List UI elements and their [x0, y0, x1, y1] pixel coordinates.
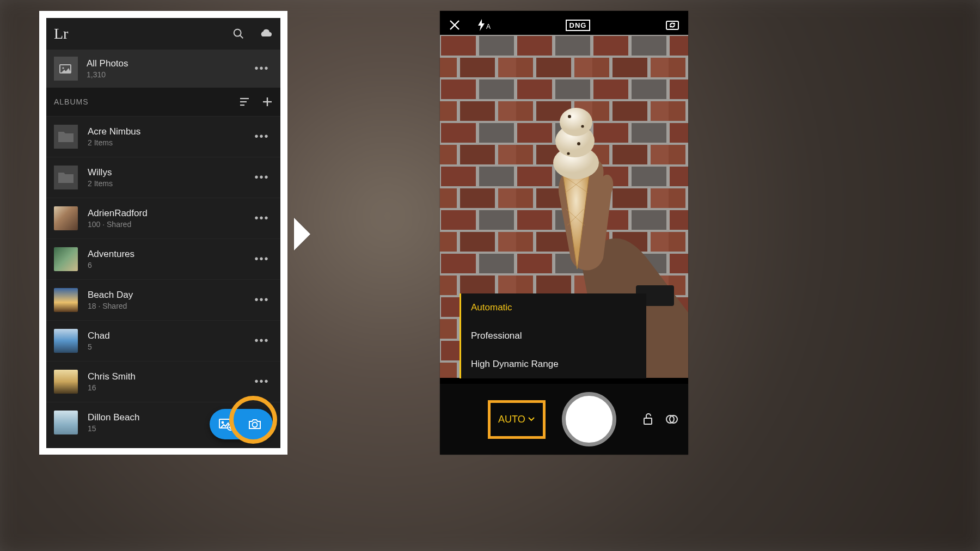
all-photos-more-icon[interactable]: •••: [251, 62, 273, 75]
fab-add-photos[interactable]: [210, 409, 273, 439]
svg-rect-38: [644, 418, 652, 424]
library-topbar: Lr: [46, 18, 280, 50]
svg-point-10: [222, 421, 224, 423]
camera-bottombar: AUTO: [440, 384, 688, 455]
add-photo-icon[interactable]: [218, 418, 234, 431]
svg-point-0: [234, 29, 241, 36]
album-name: Chris Smith: [88, 371, 251, 382]
camera-mode-menu[interactable]: Automatic Professional High Dynamic Rang…: [460, 293, 646, 378]
album-thumbnail: [54, 206, 78, 230]
albums-section-label: ALBUMS: [54, 97, 89, 106]
camera-screen: A DNG: [440, 11, 688, 455]
search-icon[interactable]: [232, 28, 244, 40]
album-thumbnail: [54, 247, 78, 271]
svg-point-37: [567, 152, 569, 155]
all-photos-text: All Photos 1,310: [87, 58, 251, 79]
svg-point-36: [577, 142, 580, 145]
folder-more-icon[interactable]: •••: [251, 130, 273, 143]
album-row[interactable]: Beach Day18 · Shared •••: [46, 279, 280, 320]
album-thumbnail: [54, 288, 78, 312]
sort-icon[interactable]: [239, 97, 250, 107]
album-row[interactable]: AdrienRadford100 · Shared •••: [46, 198, 280, 238]
svg-point-35: [581, 125, 584, 127]
album-sub: 6: [88, 261, 251, 270]
cloud-sync-icon[interactable]: [259, 28, 273, 40]
filters-icon[interactable]: [665, 413, 678, 426]
album-row[interactable]: Chris Smith16 •••: [46, 361, 280, 402]
svg-point-33: [560, 108, 592, 136]
svg-line-1: [240, 35, 243, 38]
step-arrow-icon: [294, 218, 310, 250]
album-sub: 18 · Shared: [88, 302, 251, 310]
shutter-button[interactable]: [562, 392, 616, 446]
album-sub: 5: [88, 342, 251, 351]
add-album-icon[interactable]: [262, 96, 273, 107]
folder-icon: [54, 166, 78, 189]
folder-name: Acre Nimbus: [88, 126, 251, 137]
svg-point-14: [253, 422, 258, 427]
svg-rect-17: [666, 21, 678, 29]
all-photos-count: 1,310: [87, 70, 251, 79]
camera-mode-button[interactable]: AUTO: [488, 400, 546, 439]
album-sub: 16: [88, 383, 251, 392]
album-more-icon[interactable]: •••: [251, 253, 273, 265]
album-list[interactable]: Acre Nimbus2 Items ••• Willys2 Items •••…: [46, 116, 280, 443]
camera-mode-option[interactable]: High Dynamic Range: [461, 350, 646, 378]
folder-more-icon[interactable]: •••: [251, 171, 273, 183]
album-sub: 100 · Shared: [88, 220, 251, 229]
library-screen: Lr All Photos 1,310 ••• ALBUMS: [46, 18, 280, 448]
library-panel-frame: Lr All Photos 1,310 ••• ALBUMS: [39, 11, 287, 455]
folder-icon: [54, 125, 78, 149]
album-thumbnail: [54, 411, 78, 434]
switch-camera-icon[interactable]: [665, 19, 679, 31]
album-name: Chad: [88, 330, 251, 341]
lock-open-icon[interactable]: [642, 413, 654, 426]
topbar-actions: [232, 28, 273, 40]
camera-mode-option[interactable]: Professional: [461, 322, 646, 350]
album-row[interactable]: Adventures6 •••: [46, 238, 280, 279]
camera-mode-button-label: AUTO: [498, 414, 525, 425]
album-folder-row[interactable]: Acre Nimbus2 Items •••: [46, 116, 280, 157]
album-more-icon[interactable]: •••: [251, 375, 273, 388]
folder-sub: 2 Items: [88, 138, 251, 147]
svg-point-3: [62, 67, 64, 69]
format-badge[interactable]: DNG: [566, 20, 591, 31]
album-name: AdrienRadford: [88, 208, 251, 219]
album-folder-row[interactable]: Willys2 Items •••: [46, 157, 280, 198]
album-more-icon[interactable]: •••: [251, 212, 273, 224]
folder-name: Willys: [88, 167, 251, 178]
folder-sub: 2 Items: [88, 179, 251, 188]
chevron-down-icon: [528, 417, 535, 422]
svg-point-34: [568, 115, 571, 118]
flash-mode-label: A: [486, 23, 491, 30]
album-row[interactable]: Chad5 •••: [46, 320, 280, 361]
camera-topbar: A DNG: [440, 11, 688, 39]
album-more-icon[interactable]: •••: [251, 293, 273, 306]
all-photos-title: All Photos: [87, 58, 251, 69]
close-icon[interactable]: [449, 19, 461, 31]
flash-auto-icon[interactable]: A: [477, 19, 491, 32]
all-photos-row[interactable]: All Photos 1,310 •••: [46, 50, 280, 88]
all-photos-icon: [54, 57, 78, 81]
album-thumbnail: [54, 329, 78, 353]
album-name: Adventures: [88, 249, 251, 260]
album-name: Beach Day: [88, 290, 251, 301]
albums-section-header: ALBUMS: [46, 88, 280, 116]
camera-mode-option[interactable]: Automatic: [460, 293, 646, 322]
app-logo: Lr: [54, 25, 68, 42]
album-more-icon[interactable]: •••: [251, 334, 273, 347]
camera-launch-button[interactable]: [242, 412, 267, 437]
album-thumbnail: [54, 370, 78, 394]
